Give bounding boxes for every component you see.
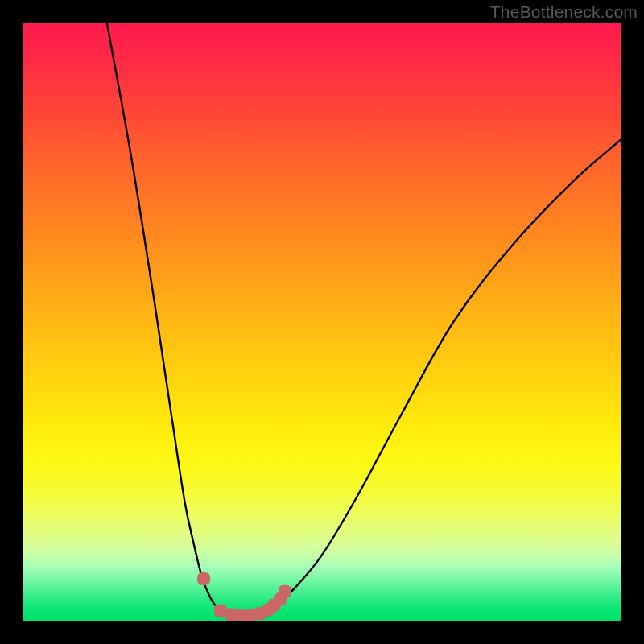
valley-marker bbox=[254, 607, 266, 620]
valley-marker bbox=[279, 585, 291, 598]
curve-layer bbox=[23, 23, 621, 621]
plot-area bbox=[23, 23, 621, 621]
valley-marker bbox=[234, 609, 247, 621]
valley-marker bbox=[262, 604, 275, 617]
valley-marker bbox=[244, 609, 257, 621]
valley-marker bbox=[197, 572, 210, 585]
valley-marker bbox=[225, 609, 237, 621]
bottleneck-curve-path bbox=[107, 23, 621, 617]
valley-marker bbox=[214, 604, 227, 617]
v-curve bbox=[107, 23, 621, 617]
valley-markers bbox=[197, 572, 291, 621]
chart-frame: TheBottleneck.com bbox=[0, 0, 644, 644]
valley-marker bbox=[274, 592, 287, 605]
valley-marker bbox=[268, 599, 281, 612]
watermark-text: TheBottleneck.com bbox=[490, 2, 638, 22]
